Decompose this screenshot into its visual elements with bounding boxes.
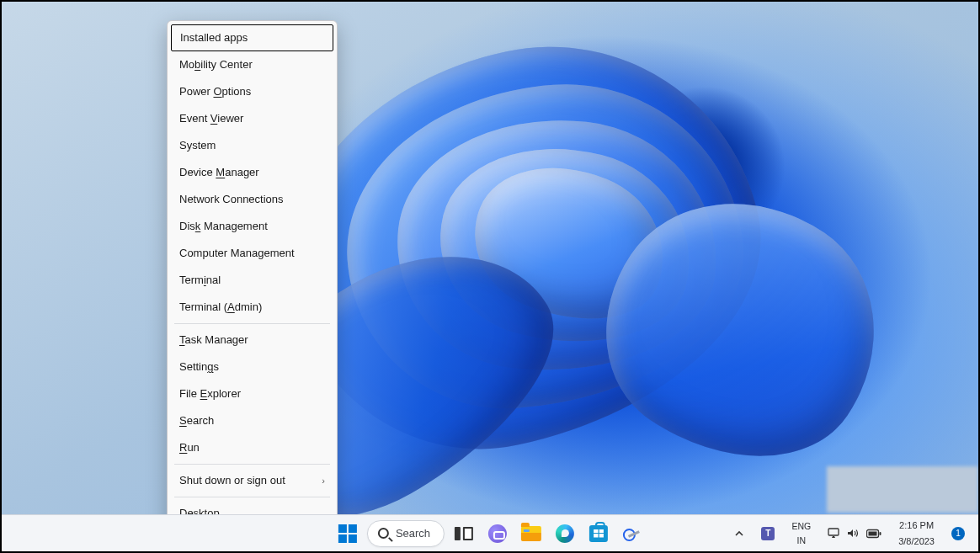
- language-indicator[interactable]: ENG IN: [786, 518, 816, 549]
- winx-item-event-viewer[interactable]: Event Viewer: [168, 105, 337, 132]
- redacted-region: [827, 466, 978, 513]
- winx-item-terminal-admin[interactable]: Terminal (Admin): [168, 294, 337, 321]
- menu-separator: [174, 323, 330, 324]
- menu-item-label: Installed apps: [180, 30, 248, 45]
- menu-separator: [174, 497, 330, 497]
- chevron-right-icon: ›: [322, 473, 325, 488]
- chat-icon: [488, 524, 507, 543]
- menu-item-label: Disk Management: [179, 219, 268, 234]
- winx-context-menu[interactable]: Installed appsMobility CenterPower Optio…: [167, 20, 338, 531]
- winx-item-shut-down-or-sign-out[interactable]: Shut down or sign out›: [168, 467, 337, 494]
- winx-item-settings[interactable]: Settings: [168, 354, 337, 380]
- network-icon: [828, 528, 840, 539]
- winx-item-installed-apps[interactable]: Installed apps: [171, 24, 333, 51]
- menu-item-label: Computer Management: [179, 246, 295, 261]
- taskbar-search[interactable]: Search: [367, 520, 445, 547]
- store-button[interactable]: [584, 519, 613, 548]
- menu-item-label: Terminal: [179, 273, 221, 288]
- windows-logo-icon: [338, 524, 357, 543]
- tray-date: 3/8/2023: [898, 536, 935, 547]
- taskbar: Search ENG IN: [2, 514, 978, 551]
- system-tray: ENG IN 2:16 PM 3/8/2023 1: [729, 515, 973, 551]
- winx-item-system[interactable]: System: [168, 132, 337, 159]
- clock-button[interactable]: 2:16 PM 3/8/2023: [893, 517, 940, 550]
- winx-item-task-manager[interactable]: Task Manager: [168, 327, 337, 354]
- menu-item-label: System: [179, 138, 216, 153]
- start-button[interactable]: [333, 519, 362, 548]
- taskbar-center-group: Search: [333, 519, 647, 548]
- menu-item-label: Network Connections: [179, 192, 284, 207]
- file-explorer-button[interactable]: [517, 519, 546, 548]
- notification-badge: 1: [951, 527, 965, 540]
- volume-icon: [847, 528, 860, 539]
- menu-item-label: Run: [179, 440, 200, 455]
- winx-item-disk-management[interactable]: Disk Management: [168, 213, 337, 240]
- winx-item-device-manager[interactable]: Device Manager: [168, 159, 337, 186]
- language-top: ENG: [791, 522, 811, 531]
- quick-settings-button[interactable]: [823, 524, 887, 542]
- battery-icon: [866, 529, 881, 539]
- menu-item-label: Terminal (Admin): [179, 300, 262, 315]
- chat-button[interactable]: [483, 519, 512, 548]
- store-icon: [589, 525, 608, 542]
- winx-item-run[interactable]: Run: [168, 434, 337, 461]
- winx-item-mobility-center[interactable]: Mobility Center: [168, 51, 337, 78]
- chevron-up-icon: [734, 529, 744, 539]
- menu-item-label: Power Options: [179, 84, 251, 99]
- snipping-tool-icon: [623, 526, 642, 541]
- snipping-tool-button[interactable]: [618, 519, 647, 548]
- menu-item-label: Search: [179, 413, 214, 428]
- menu-item-label: Event Viewer: [179, 111, 243, 126]
- edge-button[interactable]: [551, 519, 579, 548]
- edge-icon: [556, 524, 574, 543]
- tray-time: 2:16 PM: [899, 520, 934, 531]
- winx-item-search[interactable]: Search: [168, 407, 337, 434]
- svg-rect-3: [880, 532, 881, 535]
- svg-rect-0: [828, 529, 839, 535]
- winx-item-power-options[interactable]: Power Options: [168, 78, 337, 105]
- task-view-button[interactable]: [450, 519, 478, 548]
- search-label: Search: [396, 527, 430, 540]
- language-bottom: IN: [797, 536, 807, 545]
- search-icon: [378, 528, 389, 539]
- svg-rect-2: [869, 531, 877, 535]
- menu-item-label: Mobility Center: [179, 57, 253, 72]
- menu-item-label: File Explorer: [179, 386, 241, 401]
- menu-item-label: Device Manager: [179, 165, 259, 180]
- tray-overflow-button[interactable]: [729, 525, 749, 542]
- winx-item-network-connections[interactable]: Network Connections: [168, 186, 337, 213]
- winx-item-computer-management[interactable]: Computer Management: [168, 240, 337, 267]
- menu-item-label: Settings: [179, 359, 219, 375]
- notification-center-button[interactable]: 1: [946, 524, 970, 544]
- tray-teams-icon[interactable]: [756, 524, 780, 544]
- task-view-icon: [455, 527, 473, 540]
- teams-icon: [761, 527, 775, 540]
- file-explorer-icon: [521, 526, 541, 541]
- menu-item-label: Task Manager: [179, 332, 248, 348]
- menu-separator: [174, 464, 330, 465]
- menu-item-label: Shut down or sign out: [179, 473, 285, 488]
- winx-item-file-explorer[interactable]: File Explorer: [168, 380, 337, 407]
- winx-item-terminal[interactable]: Terminal: [168, 267, 337, 294]
